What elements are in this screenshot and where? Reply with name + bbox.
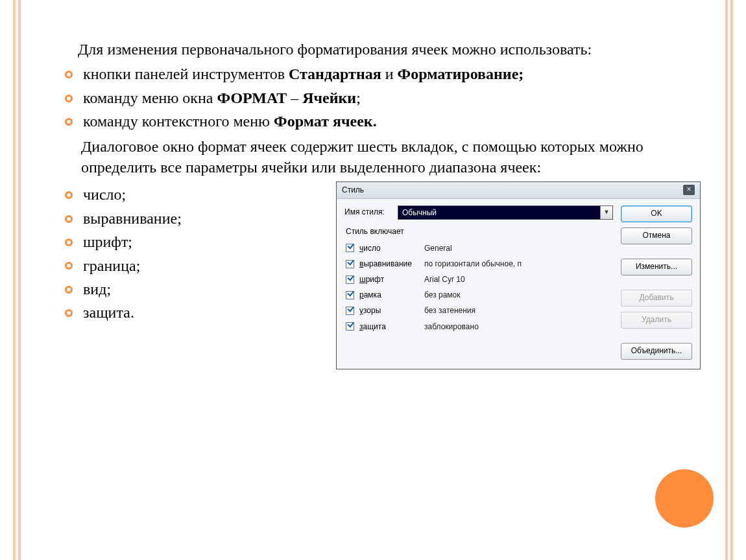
check-value: без затенения (424, 305, 475, 316)
list-item: вид; (65, 279, 182, 299)
slide-content: Для изменения первоначального форматиров… (45, 39, 701, 369)
text-bold: Стандартная (289, 65, 381, 82)
list-item: граница; (65, 255, 182, 276)
text: команду меню окна (83, 89, 217, 106)
check-value: General (424, 243, 452, 253)
ok-button[interactable]: OK (621, 205, 692, 222)
style-name-label: Имя стиля: (344, 207, 390, 217)
text: ; (356, 89, 361, 106)
check-value: по горизонтали обычное, п (424, 259, 522, 269)
check-row: защита заблокировано (344, 319, 613, 334)
text: команду контекстного меню (83, 113, 274, 130)
check-row: выравнивание по горизонтали обычное, п (344, 256, 613, 272)
check-value: Arial Cyr 10 (424, 274, 465, 285)
left-bullet-list: число; выравнивание; шрифт; граница; вид… (65, 184, 182, 325)
style-includes-label: Стиль включает (346, 226, 613, 237)
check-row: число General (344, 240, 613, 256)
checkbox-icon[interactable] (346, 291, 354, 299)
list-item: выравнивание; (65, 208, 182, 229)
checkbox-icon[interactable] (346, 322, 354, 331)
slide-circle-decor (655, 469, 714, 528)
check-name: рамка (359, 290, 424, 300)
text: – (287, 89, 302, 106)
dialog-titlebar[interactable]: Стиль × (337, 182, 700, 198)
text-bold: Форматирование; (398, 65, 524, 82)
check-row: рамка без рамок (344, 287, 613, 303)
top-bullet-3: команду контекстного меню Формат ячеек. (65, 111, 701, 132)
check-name: выравнивание (359, 259, 424, 269)
list-item: шрифт; (65, 231, 182, 252)
style-dialog: Стиль × Имя стиля: Обычный ▼ Стиль включ… (336, 181, 701, 369)
checkbox-icon[interactable] (346, 244, 354, 252)
check-name: узоры (359, 305, 424, 316)
slide-right-decor (725, 0, 733, 560)
top-bullet-list: кнопки панелей инструментов Стандартная … (65, 64, 701, 132)
list-item: число; (65, 184, 182, 205)
check-row: шрифт Arial Cyr 10 (344, 272, 613, 287)
cancel-button[interactable]: Отмена (621, 228, 692, 244)
text-bold: Формат ячеек. (274, 113, 377, 130)
check-value: без рамок (424, 290, 461, 300)
check-row: узоры без затенения (344, 303, 613, 318)
checkbox-icon[interactable] (346, 307, 354, 315)
style-name-combo[interactable]: Обычный ▼ (398, 205, 613, 220)
delete-button: Удалить (621, 312, 692, 329)
text: кнопки панелей инструментов (83, 65, 289, 82)
top-bullet-2: команду меню окна ФОРМАТ – Ячейки; (65, 88, 701, 108)
slide-left-decor (13, 0, 21, 560)
text: и (381, 65, 398, 82)
checkbox-icon[interactable] (346, 260, 354, 268)
checkbox-icon[interactable] (346, 275, 354, 284)
style-name-value: Обычный (398, 206, 600, 219)
text-bold: Ячейки (302, 89, 356, 106)
dialog-title: Стиль (342, 185, 364, 195)
check-name: защита (359, 321, 424, 332)
intro-text: Для изменения первоначального форматиров… (65, 39, 701, 60)
check-name: шрифт (359, 274, 424, 285)
check-name: число (359, 243, 424, 253)
merge-button[interactable]: Объединить... (621, 343, 692, 360)
chevron-down-icon[interactable]: ▼ (600, 206, 612, 219)
paragraph-text: Диалоговое окно формат ячеек содержит ше… (81, 136, 701, 178)
top-bullet-1: кнопки панелей инструментов Стандартная … (65, 64, 701, 84)
modify-button[interactable]: Изменить... (621, 259, 692, 275)
add-button: Добавить (621, 290, 692, 307)
list-item: защита. (65, 302, 182, 323)
text-bold: ФОРМАТ (217, 89, 287, 106)
check-value: заблокировано (424, 321, 479, 332)
close-icon[interactable]: × (683, 185, 695, 195)
